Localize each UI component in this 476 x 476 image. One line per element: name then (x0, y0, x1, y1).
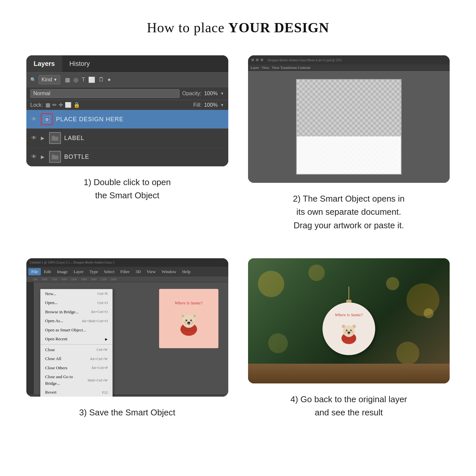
layers-panel: Layers History 🔍 Kind ▼ ▦ ◎ T ⬜ 🗒 (26, 55, 228, 166)
menu-item-close-others[interactable]: Close Others Alt+Ctrl+P (41, 363, 112, 373)
svg-point-31 (346, 330, 348, 331)
menu-file[interactable]: File (28, 268, 41, 275)
step-3-caption: 3) Save the Smart Object (79, 406, 175, 419)
eye-icon-1[interactable]: 👁 (30, 117, 38, 122)
ornament-text: Where is Santa? (335, 312, 363, 318)
menu-item-close-all[interactable]: Close All Alt+Ctrl+W (41, 354, 112, 363)
menu-window[interactable]: Window (159, 268, 179, 275)
svg-text:⚙: ⚙ (45, 117, 49, 122)
svg-point-33 (347, 330, 347, 331)
layer-label[interactable]: 👁 ▶ LABEL (26, 129, 228, 148)
folder-arrow-2: ▶ (41, 135, 44, 141)
steps-grid: Layers History 🔍 Kind ▼ ▦ ◎ T ⬜ 🗒 (26, 55, 450, 419)
menu-item-open-smart[interactable]: Open as Smart Object... (41, 325, 112, 335)
ps-canvas: Dropper-Bottle-Amber-Glass-Photo-Lab-11.… (248, 55, 450, 183)
layers-tabs: Layers History (26, 55, 228, 72)
smart-obj-thumbnail: ⚙ (41, 113, 53, 125)
lock-icons: ▦ ✏ ✛ ⬜ 🔒 (45, 102, 80, 108)
ornament-container: Where is Santa? (322, 287, 375, 355)
lock-all-icon[interactable]: 🔒 (73, 102, 80, 108)
ps-menubar-2: Layer View View Transforms Controls (248, 65, 450, 71)
ps-dot-3 (261, 59, 263, 61)
menu-image[interactable]: Image (54, 268, 70, 275)
folder-arrow-3: ▶ (41, 154, 44, 159)
lock-paint-icon[interactable]: ✏ (52, 102, 57, 108)
adjustment-filter-icon[interactable]: ◎ (73, 76, 78, 83)
eye-icon-2[interactable]: 👁 (30, 135, 38, 141)
folder-thumb-label (49, 132, 61, 144)
menu-3d[interactable]: 3D (132, 268, 144, 275)
menu-item-open[interactable]: Open... Ctrl+O (41, 298, 112, 307)
ps-dot-1 (251, 59, 254, 61)
smart-filter-icon[interactable]: 🗒 (98, 76, 104, 83)
menu-filter[interactable]: Filter (117, 268, 132, 275)
svg-point-21 (191, 324, 192, 324)
ps-main-area: New... Ctrl+N Open... Ctrl+O Browse in B… (34, 282, 228, 394)
svg-point-15 (187, 322, 190, 323)
ornament-circle: Where is Santa? (322, 302, 375, 355)
ps-topbar: Dropper-Bottle-Amber-Glass-Photo-Lab-11.… (248, 55, 450, 65)
step-4-caption: 4) Go back to the original layer and see… (291, 393, 407, 419)
layer-name-design: PLACE DESIGN HERE (56, 116, 124, 123)
step-1: Layers History 🔍 Kind ▼ ▦ ◎ T ⬜ 🗒 (26, 55, 228, 232)
tab-layers[interactable]: Layers (26, 55, 62, 72)
blend-opacity-row: Normal Opacity: 100% ▼ (26, 87, 228, 100)
layer-name-label: LABEL (64, 135, 84, 142)
layer-name-bottle: BOTTLE (64, 154, 89, 160)
product-photo: Where is Santa? (248, 258, 450, 383)
menu-layer[interactable]: Layer (70, 268, 86, 275)
blend-mode-select[interactable]: Normal (30, 89, 180, 98)
ps-canvas-area (248, 71, 450, 183)
step-1-caption: 1) Double click to open the Smart Object (84, 176, 171, 202)
bear-illustration (174, 307, 204, 337)
more-filter-icon[interactable]: ● (107, 76, 111, 83)
lock-pixels-icon[interactable]: ▦ (45, 102, 50, 108)
step-2-caption: 2) The Smart Object opens in its own sep… (293, 192, 405, 232)
menu-item-close-bridge[interactable]: Close and Go to Bridge... Shift+Ctrl+W (41, 372, 112, 388)
type-filter-icon[interactable]: T (82, 76, 85, 83)
menu-select[interactable]: Select (101, 268, 118, 275)
ornament-cap (346, 300, 351, 302)
menu-view[interactable]: View (144, 268, 158, 275)
folder-icon-label (51, 135, 59, 141)
kind-select[interactable]: Kind ▼ (39, 75, 60, 84)
ps-topbar-3: Untitled-1 @ 100% (Layer 2 c... Dropper-… (26, 258, 228, 267)
menu-item-new[interactable]: New... Ctrl+N (41, 289, 112, 298)
layer-place-design[interactable]: 👁 ⚙ PLACE DESIGN HERE (26, 110, 228, 129)
folder-icon-bottle (51, 154, 59, 160)
eye-icon-3[interactable]: 👁 (30, 154, 38, 159)
step-3: Untitled-1 @ 100% (Layer 2 c... Dropper-… (26, 258, 228, 419)
white-layer (297, 136, 401, 174)
svg-point-8 (181, 314, 184, 317)
file-dropdown-menu: New... Ctrl+N Open... Ctrl+O Browse in B… (40, 289, 113, 397)
step-3-image: Untitled-1 @ 100% (Layer 2 c... Dropper-… (26, 258, 228, 397)
shelf-surface (248, 364, 450, 383)
menu-help[interactable]: Help (179, 268, 193, 275)
svg-point-12 (190, 320, 192, 321)
step-2-image: Dropper-Bottle-Amber-Glass-Photo-Lab-11.… (248, 55, 450, 183)
menu-item-open-recent[interactable]: Open Recent ▶ (41, 334, 112, 344)
menu-item-open-as[interactable]: Open As... Alt+Shift+Ctrl+O (41, 316, 112, 325)
menu-type[interactable]: Type (87, 268, 101, 275)
lock-artboards-icon[interactable]: ⬜ (65, 102, 71, 108)
layer-bottle[interactable]: 👁 ▶ BOTTLE (26, 148, 228, 166)
artwork-preview: Where is Santa? (159, 289, 218, 348)
ornament-string (349, 287, 349, 300)
menu-item-browse[interactable]: Browse in Bridge... Alt+Ctrl+O (41, 307, 112, 317)
ps-menu-wrap: Untitled-1 @ 100% (Layer 2 c... Dropper-… (26, 258, 228, 397)
step-2: Dropper-Bottle-Amber-Glass-Photo-Lab-11.… (248, 55, 450, 232)
ps-menu-transforms: View Transforms Controls (272, 66, 310, 70)
tab-history[interactable]: History (62, 55, 97, 72)
menu-edit[interactable]: Edit (41, 268, 54, 275)
divider-1 (41, 344, 112, 345)
ps-tools-panel (26, 282, 34, 394)
folder-thumb-bottle (49, 151, 61, 163)
pixel-filter-icon[interactable]: ▦ (65, 76, 70, 83)
svg-point-18 (186, 323, 187, 324)
menu-item-revert[interactable]: Revert F12 (41, 388, 112, 397)
lock-move-icon[interactable]: ✛ (59, 102, 63, 108)
menu-item-close[interactable]: Close Ctrl+W (41, 345, 112, 354)
shape-filter-icon[interactable]: ⬜ (88, 76, 95, 83)
svg-point-13 (186, 320, 187, 321)
artwork-text: Where is Santa? (175, 300, 203, 306)
